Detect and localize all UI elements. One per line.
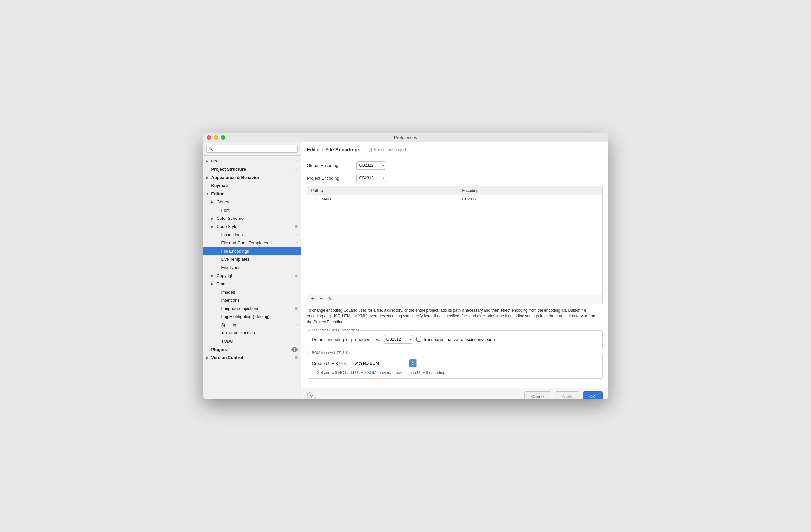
cancel-button[interactable]: Cancel — [524, 391, 551, 399]
global-encoding-select[interactable]: GB2312 — [356, 161, 386, 170]
bom-row: Create UTF-8 files: with NO BOM ▲ ▼ — [312, 359, 598, 368]
sidebar-item-spelling[interactable]: Spelling ⊞ — [203, 321, 301, 329]
sidebar-label: Copyright — [217, 273, 235, 278]
bottom-bar: ? Cancel Apply OK — [301, 388, 608, 399]
utf8-bom-link[interactable]: UTF-8 BOM — [355, 371, 376, 375]
col-encoding-header[interactable]: Encoding — [458, 186, 602, 195]
sidebar-item-file-encodings[interactable]: File Encodings ⊞ — [203, 247, 301, 255]
copy-icon: ⊞ — [295, 241, 298, 245]
arrow-icon: ▶ — [206, 176, 210, 179]
minimize-button[interactable] — [214, 135, 218, 140]
maximize-button[interactable] — [220, 135, 225, 140]
traffic-lights — [207, 135, 225, 140]
table-toolbar: + − ✎ — [307, 294, 602, 304]
sidebar-item-images[interactable]: Images — [203, 288, 301, 296]
arrow-icon: ▶ — [211, 282, 215, 286]
sidebar-item-font[interactable]: Font — [203, 206, 301, 214]
sidebar-item-editor[interactable]: ▼ Editor — [203, 190, 301, 198]
sidebar-item-file-code-templates[interactable]: File and Code Templates ⊞ — [203, 239, 301, 247]
encoding-table: Path ▲ Encoding .../COMAKE GB2312 — [307, 186, 602, 304]
for-project-label: 📋 For current project — [368, 147, 406, 152]
search-input[interactable] — [206, 145, 298, 153]
content-panel: Editor › File Encodings 📋 For current pr… — [301, 142, 608, 399]
arrow-icon: ▶ — [211, 225, 215, 228]
sidebar-label: Log Highlighting (Ideolog) — [221, 314, 270, 319]
col-path-header[interactable]: Path ▲ — [307, 186, 458, 195]
remove-button[interactable]: − — [318, 296, 324, 302]
bom-section: BOM for new UTF-8 files Create UTF-8 fil… — [307, 353, 602, 379]
edit-button[interactable]: ✎ — [326, 296, 333, 302]
titlebar: Preferences — [203, 133, 608, 142]
sidebar-label: Editor — [211, 191, 224, 196]
sidebar-item-language-injections[interactable]: Language Injections ⊞ — [203, 304, 301, 313]
properties-encoding-select[interactable]: GB2312 — [384, 335, 413, 344]
col-path-label: Path — [311, 188, 320, 193]
arrow-icon: ▶ — [206, 356, 210, 359]
sidebar-item-intentions[interactable]: Intentions — [203, 296, 301, 304]
sidebar-label: Plugins — [211, 347, 227, 352]
copy-icon: ⊞ — [295, 224, 298, 229]
sidebar-item-emmet[interactable]: ▶ Emmet — [203, 280, 301, 288]
sidebar: 🔍 ▶ Go ⊞ Project Structure ⊞ — [203, 142, 301, 399]
content-body: Global Encoding: GB2312 Project Encoding… — [301, 156, 608, 388]
bom-note: GoLand will NOT add UTF-8 BOM to every c… — [317, 371, 598, 375]
sidebar-label: Project Structure — [211, 167, 246, 172]
breadcrumb: Editor › File Encodings — [307, 147, 361, 152]
sidebar-label: Code Style — [217, 224, 238, 229]
sidebar-item-general[interactable]: ▶ General — [203, 198, 301, 206]
sidebar-item-inspections[interactable]: Inspections ⊞ — [203, 231, 301, 239]
description-text: To change encoding GoLand uses for a fil… — [307, 307, 602, 325]
bom-note-suffix: to every created file in UTF-8 encoding — [376, 371, 445, 375]
sidebar-label: TextMate Bundles — [221, 330, 255, 335]
create-utf8-label: Create UTF-8 files: — [312, 361, 348, 366]
window-title: Preferences — [394, 135, 417, 140]
sidebar-label: File Encodings — [221, 249, 249, 253]
arrow-icon: ▶ — [211, 217, 215, 220]
global-encoding-row: Global Encoding: GB2312 — [307, 161, 602, 170]
sidebar-item-project-structure[interactable]: Project Structure ⊞ — [203, 165, 301, 173]
main-content: 🔍 ▶ Go ⊞ Project Structure ⊞ — [203, 142, 608, 399]
transparent-checkbox-wrap: Transparent native-to-ascii conversion — [416, 337, 495, 342]
table-row[interactable]: .../COMAKE GB2312 — [307, 195, 602, 203]
for-project-text: For current project — [374, 147, 406, 152]
arrow-icon: ▶ — [206, 159, 210, 163]
sidebar-item-code-style[interactable]: ▶ Code Style ⊞ — [203, 222, 301, 231]
bom-spinner[interactable]: ▲ ▼ — [410, 359, 416, 367]
copy-icon: ⊞ — [295, 273, 298, 278]
global-encoding-label: Global Encoding: — [307, 163, 353, 168]
sidebar-item-live-templates[interactable]: Live Templates — [203, 255, 301, 263]
sidebar-item-color-scheme[interactable]: ▶ Color Scheme — [203, 214, 301, 222]
project-encoding-row: Project Encoding: GB2312 — [307, 174, 602, 182]
bom-select-wrap: with NO BOM ▲ ▼ — [351, 359, 417, 368]
copy-icon: ⊞ — [295, 159, 298, 163]
plugins-badge: 1 — [291, 347, 297, 352]
ok-button[interactable]: OK — [582, 391, 602, 399]
sidebar-item-version-control[interactable]: ▶ Version Control ⊞ — [203, 354, 301, 362]
transparent-checkbox[interactable] — [416, 337, 421, 342]
search-area: 🔍 — [203, 142, 301, 156]
close-button[interactable] — [207, 135, 211, 140]
add-button[interactable]: + — [310, 296, 316, 302]
sidebar-item-appearance[interactable]: ▶ Appearance & Behavior — [203, 173, 301, 182]
sidebar-item-keymap[interactable]: Keymap — [203, 182, 301, 190]
sidebar-item-textmate[interactable]: TextMate Bundles — [203, 329, 301, 337]
apply-button[interactable]: Apply — [555, 391, 579, 399]
sidebar-item-file-types[interactable]: File Types — [203, 263, 301, 271]
cell-path: .../COMAKE — [307, 195, 458, 203]
sidebar-item-plugins[interactable]: Plugins 1 — [203, 345, 301, 354]
project-encoding-label: Project Encoding: — [307, 176, 353, 181]
sidebar-item-copyright[interactable]: ▶ Copyright ⊞ — [203, 271, 301, 280]
sidebar-item-go[interactable]: ▶ Go ⊞ — [203, 157, 301, 165]
project-encoding-select[interactable]: GB2312 — [356, 174, 386, 182]
spinner-up-icon: ▲ — [411, 361, 414, 363]
copy-icon: ⊞ — [295, 249, 298, 253]
sidebar-item-todo[interactable]: TODO — [203, 337, 301, 345]
bom-select[interactable]: with NO BOM — [351, 359, 417, 368]
preferences-window: Preferences 🔍 ▶ Go ⊞ Pro — [203, 133, 608, 399]
content-header: Editor › File Encodings 📋 For current pr… — [301, 142, 608, 156]
arrow-icon: ▼ — [206, 192, 210, 195]
help-button[interactable]: ? — [307, 392, 316, 399]
sidebar-item-log-highlighting[interactable]: Log Highlighting (Ideolog) — [203, 313, 301, 321]
copy-icon: ⊞ — [295, 167, 298, 171]
spinner-down-icon: ▼ — [411, 364, 414, 366]
